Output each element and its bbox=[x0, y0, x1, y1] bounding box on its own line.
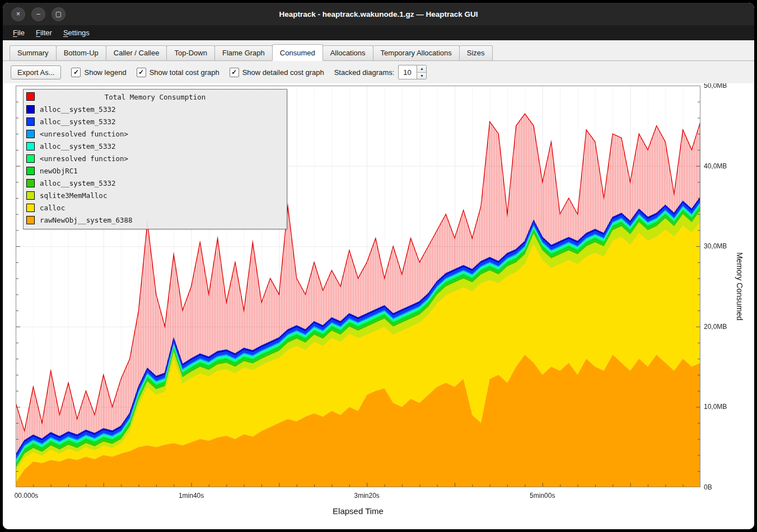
checkbox-check-icon: ✓ bbox=[137, 68, 146, 77]
menu-filter[interactable]: Filter bbox=[30, 26, 58, 39]
x-axis-tick-label: 5min00s bbox=[530, 492, 555, 500]
y-axis-title: Memory Consumed bbox=[735, 252, 744, 321]
legend-color-swatch bbox=[26, 191, 35, 200]
show-total-cost-graph-checkbox[interactable]: ✓Show total cost graph bbox=[137, 68, 219, 77]
show-legend-checkbox[interactable]: ✓Show legend bbox=[71, 68, 126, 77]
tab-bottom-up[interactable]: Bottom-Up bbox=[56, 45, 106, 60]
legend-color-swatch bbox=[26, 204, 35, 212]
legend-entry-label: <unresolved function> bbox=[40, 130, 128, 138]
legend-entry: alloc__system_5332 bbox=[24, 115, 287, 128]
close-button-icon[interactable]: × bbox=[11, 7, 25, 21]
legend-entry: alloc__system_5332 bbox=[24, 103, 287, 115]
legend-entry-label: newObjRC1 bbox=[40, 167, 78, 175]
stacked-diagrams-label: Stacked diagrams: bbox=[334, 68, 395, 77]
tab-bar: SummaryBottom-UpCaller / CalleeTop-DownF… bbox=[3, 40, 754, 61]
stacked-diagrams-group: Stacked diagrams: 10 ▲ ▼ bbox=[334, 65, 427, 79]
export-as-button[interactable]: Export As... bbox=[11, 65, 61, 79]
total-memory-swatch bbox=[26, 92, 35, 101]
checkbox-group: ✓Show legend✓Show total cost graph✓Show … bbox=[71, 68, 324, 77]
chart-legend: Total Memory Consumption alloc__system_5… bbox=[23, 89, 287, 229]
checkbox-label: Show legend bbox=[84, 68, 126, 77]
app-window: ×–▢ Heaptrack - heaptrack.wakunode.1.gz … bbox=[3, 3, 754, 529]
legend-entry-label: alloc__system_5332 bbox=[40, 142, 115, 150]
tab-summary[interactable]: Summary bbox=[10, 45, 57, 60]
tab-top-down[interactable]: Top-Down bbox=[166, 45, 215, 60]
legend-color-swatch bbox=[26, 167, 35, 175]
menu-file[interactable]: File bbox=[7, 26, 30, 39]
x-axis-tick-label: 00.000s bbox=[15, 492, 39, 500]
checkbox-label: Show detailed cost graph bbox=[242, 68, 324, 77]
toolbar: Export As... ✓Show legend✓Show total cos… bbox=[3, 61, 754, 83]
legend-entry: sqlite3MemMalloc bbox=[24, 189, 287, 201]
legend-entry-label: alloc__system_5332 bbox=[40, 179, 115, 187]
legend-entry: calloc bbox=[24, 201, 287, 214]
spinbox-up-icon[interactable]: ▲ bbox=[417, 65, 426, 73]
legend-entries: alloc__system_5332alloc__system_5332<unr… bbox=[24, 103, 287, 226]
menu-settings[interactable]: Settings bbox=[58, 26, 95, 39]
window-title: Heaptrack - heaptrack.wakunode.1.gz — He… bbox=[3, 10, 754, 18]
checkbox-check-icon: ✓ bbox=[230, 68, 239, 77]
legend-entry-label: calloc bbox=[40, 204, 65, 212]
legend-entry: newObjRC1 bbox=[24, 164, 287, 177]
legend-color-swatch bbox=[26, 130, 35, 138]
stacked-diagrams-value[interactable]: 10 bbox=[399, 65, 417, 79]
menubar: FileFilterSettings bbox=[3, 25, 754, 40]
legend-entry-label: alloc__system_5332 bbox=[40, 117, 115, 126]
tab-caller-callee[interactable]: Caller / Callee bbox=[106, 45, 167, 60]
legend-color-swatch bbox=[26, 154, 35, 163]
legend-title: Total Memory Consumption bbox=[105, 93, 206, 101]
show-detailed-cost-graph-checkbox[interactable]: ✓Show detailed cost graph bbox=[230, 68, 324, 77]
tab-allocations[interactable]: Allocations bbox=[323, 45, 373, 60]
legend-color-swatch bbox=[26, 216, 35, 224]
x-axis-title: Elapsed Time bbox=[333, 506, 384, 516]
spinbox-down-icon[interactable]: ▼ bbox=[417, 73, 426, 79]
legend-title-row: Total Memory Consumption bbox=[24, 91, 287, 103]
chart-area: Total Memory Consumption alloc__system_5… bbox=[3, 83, 754, 529]
tab-consumed[interactable]: Consumed bbox=[272, 44, 323, 61]
titlebar[interactable]: ×–▢ Heaptrack - heaptrack.wakunode.1.gz … bbox=[3, 3, 754, 25]
y-axis-tick-label: 30,0MB bbox=[704, 242, 727, 250]
legend-entry-label: rawNewObj__system_6388 bbox=[40, 216, 133, 224]
legend-entry: rawNewObj__system_6388 bbox=[24, 214, 287, 226]
legend-entry: <unresolved function> bbox=[24, 152, 287, 164]
y-axis-tick-label: 0B bbox=[704, 483, 712, 491]
legend-entry: alloc__system_5332 bbox=[24, 177, 287, 189]
legend-color-swatch bbox=[26, 105, 35, 114]
x-axis-tick-label: 3min20s bbox=[354, 492, 379, 500]
legend-entry: alloc__system_5332 bbox=[24, 140, 287, 152]
maximize-button-icon[interactable]: ▢ bbox=[52, 7, 66, 21]
checkbox-check-icon: ✓ bbox=[71, 68, 81, 77]
legend-entry-label: alloc__system_5332 bbox=[40, 105, 115, 114]
tab-temporary-allocations[interactable]: Temporary Allocations bbox=[373, 45, 460, 60]
spinbox-arrows: ▲ ▼ bbox=[417, 65, 426, 79]
legend-entry-label: sqlite3MemMalloc bbox=[40, 191, 107, 200]
y-axis-tick-label: 10,0MB bbox=[704, 403, 727, 411]
minimize-button-icon[interactable]: – bbox=[31, 7, 45, 21]
legend-color-swatch bbox=[26, 117, 35, 126]
legend-color-swatch bbox=[26, 142, 35, 150]
x-axis-tick-label: 1min40s bbox=[179, 492, 204, 500]
stacked-diagrams-spinbox[interactable]: 10 ▲ ▼ bbox=[398, 65, 427, 79]
tab-sizes[interactable]: Sizes bbox=[459, 45, 493, 60]
window-buttons: ×–▢ bbox=[3, 7, 66, 21]
checkbox-label: Show total cost graph bbox=[149, 68, 219, 77]
legend-entry: <unresolved function> bbox=[24, 128, 287, 140]
tab-flame-graph[interactable]: Flame Graph bbox=[214, 45, 273, 60]
y-axis-tick-label: 50,0MB bbox=[704, 83, 727, 90]
legend-entry-label: <unresolved function> bbox=[40, 154, 128, 163]
y-axis-tick-label: 20,0MB bbox=[704, 323, 727, 331]
y-axis-tick-label: 40,0MB bbox=[704, 162, 727, 170]
legend-color-swatch bbox=[26, 179, 35, 187]
